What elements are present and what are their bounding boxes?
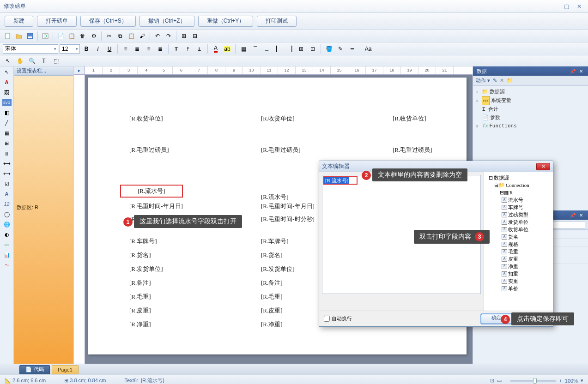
report-field[interactable]: [R.毛重] [261,293,283,301]
pin-icon[interactable]: 📌 [570,68,576,74]
globe-icon[interactable]: 🌐 [2,221,12,228]
ruler-v-icon[interactable]: ⟷ [2,170,12,177]
report-field[interactable]: [R.毛重时间-年月日] [129,202,183,210]
format-tool-icon[interactable]: ⬚ [51,56,61,66]
dialog-close-icon[interactable]: ✕ [536,163,550,170]
border-all-icon[interactable]: ⊞ [296,44,306,54]
report-field[interactable]: [R.备注] [129,279,151,287]
undo-icon[interactable]: ↶ [152,31,163,41]
dtree-r[interactable]: ⊟▦ R [486,189,551,196]
zoom-control[interactable]: ⊡ ▭ − + 100% ▾ [490,378,583,384]
border-top-icon[interactable]: ⎺ [250,44,260,54]
align-left-icon[interactable]: ≡ [121,44,131,54]
report-field[interactable]: [R.净重] [261,320,283,329]
preview-icon[interactable] [40,31,50,41]
report-field[interactable]: [R.毛重] [129,293,151,301]
number-icon[interactable]: 12 [2,200,12,208]
redo-button[interactable]: 重做（Ctrl+Y） [198,16,254,27]
tree-sum[interactable]: Σ 合计 [476,105,585,114]
border-left-icon[interactable]: ▏ [273,44,283,54]
undo-button[interactable]: 撤销（Ctrl+Z） [139,16,194,27]
line-style-icon[interactable]: ━ [347,44,357,54]
report-field[interactable]: [R.收货单位] [393,114,426,123]
text-tool-icon[interactable]: T [39,56,49,66]
barcode-icon[interactable]: ||| [2,150,12,157]
report-field[interactable]: [R.流水号] [120,185,183,198]
report-field[interactable]: [R.净重] [129,320,151,329]
ruler-h-icon[interactable]: ⟷ [2,160,12,167]
report-field[interactable]: [R.货名] [129,251,151,259]
report-field[interactable]: [R.毛重过磅员] [129,146,169,154]
border-bottom-icon[interactable]: ⎽ [261,44,272,54]
matrix-icon[interactable]: ⊞ [2,139,12,147]
pin-icon[interactable]: 📌 [570,212,576,218]
close-panel-icon[interactable]: ✕ [578,68,584,74]
report-field[interactable]: [R.收货单位] [129,114,163,123]
report-field[interactable]: [R.收货单位] [261,114,295,123]
checkbox-icon[interactable]: ☑ [2,180,12,187]
cut-icon[interactable]: ✂ [104,31,114,41]
underline-icon[interactable]: U [104,44,115,54]
wrap-checkbox[interactable]: 自动换行 [324,315,352,322]
bold-icon[interactable]: B [81,44,91,54]
field-node[interactable]: A 扣重 [486,270,551,277]
report-field[interactable]: [R.毛重过磅员] [261,146,301,154]
svg-element-icon[interactable]: SVG [2,99,12,106]
select-tool-icon[interactable]: ↖ [2,68,12,76]
actions-dropdown[interactable]: 动作 ▾ [476,77,490,84]
highlight-icon[interactable]: ab [222,44,232,54]
fill-icon[interactable]: 🪣 [324,44,334,54]
report-field[interactable]: [R.车牌号] [261,237,289,246]
report-field[interactable]: [R.毛重时间-年月日] [261,202,315,210]
delete-page-icon[interactable]: 🗑 [78,31,88,41]
border-none-icon[interactable]: ⊡ [308,44,318,54]
delete-icon[interactable]: ✕ [500,78,504,84]
border-right-icon[interactable]: ▕ [285,44,295,54]
valign-top-icon[interactable]: ⫪ [171,44,182,54]
report-field[interactable]: [R.毛重时间-时分秒] [261,215,315,223]
new-button[interactable]: 新建 [5,16,33,27]
pointer-icon[interactable]: ↖ [3,56,13,66]
zoom-icon[interactable]: 🔍 [27,56,37,66]
valign-middle-icon[interactable]: ⫯ [183,44,193,54]
align-right-icon[interactable]: ≡ [144,44,154,54]
zoom-in-icon[interactable]: + [559,378,562,384]
close-panel-icon[interactable]: ✕ [578,212,584,218]
code-element-icon[interactable]: </> [2,241,12,248]
field-node[interactable]: A 皮重 [486,255,551,263]
tab-code[interactable]: 📄 代码 [19,365,50,374]
report-field[interactable]: [R.备注] [261,279,283,287]
report-field[interactable]: [R.发货单位] [129,265,163,273]
report-field[interactable]: [R.流水号] [261,193,289,201]
folder-icon[interactable]: 📁 [507,78,513,84]
minimize-button[interactable]: ▢ [561,3,571,10]
richtext-icon[interactable]: A [2,190,12,198]
field-node[interactable]: A 毛重 [486,248,551,255]
tree-functions[interactable]: ⊞fx Functions [476,122,585,130]
report-field[interactable]: [R.发货单位] [261,265,295,273]
size-combo[interactable]: 12 [60,44,80,54]
zoom-dropdown-icon[interactable]: ▾ [581,378,583,384]
line-color-icon[interactable]: ✎ [335,44,346,54]
group-icon[interactable]: ⊞ [179,31,189,41]
shape-icon[interactable]: ◯ [2,210,12,218]
text-element-icon[interactable]: A [2,78,12,86]
subreport-icon[interactable]: ◧ [2,109,12,116]
paste-icon[interactable]: 📋 [126,31,136,41]
line-icon[interactable]: ╱ [2,119,12,126]
format-painter-icon[interactable]: 🖌 [137,31,147,41]
field-node[interactable]: A 货名 [486,233,551,240]
chart-icon[interactable]: 📊 [2,251,12,258]
field-node[interactable]: A 过磅类型 [486,211,551,218]
field-node[interactable]: A 发货单位 [486,218,551,226]
zoom-fit-icon[interactable]: ⊡ [490,378,494,384]
field-node[interactable]: A 车牌号 [486,204,551,211]
tree-datasource[interactable]: ⊞📁 数据源 [476,88,585,96]
outline-header[interactable]: 设置报表栏... [14,66,73,76]
print-button[interactable]: 打印测试 [257,16,297,27]
image-element-icon[interactable]: 🖼 [2,89,12,96]
border-icon[interactable]: ▦ [238,44,249,54]
dialog-field-tree[interactable]: ⊟ 数据源 ⊟📁 Connection ⊟▦ R A 流水号A 车牌号A 过磅类… [484,172,553,311]
tree-sysvar[interactable]: ⊞var 系统变量 [476,96,585,105]
hand-icon[interactable]: ✋ [15,56,25,66]
